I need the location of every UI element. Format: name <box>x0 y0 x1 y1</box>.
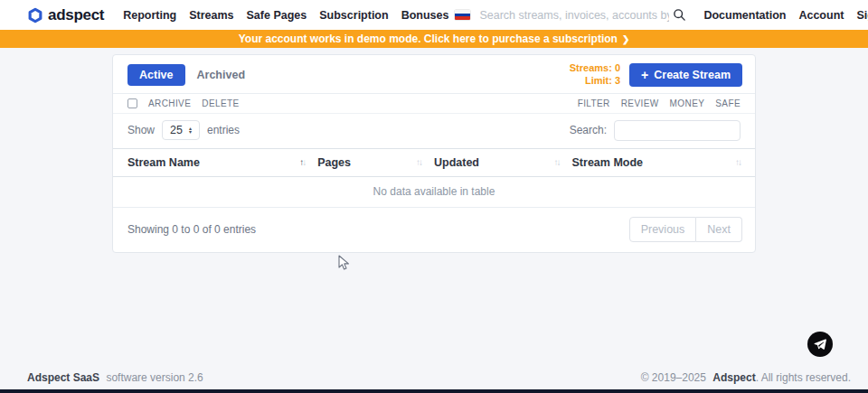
stream-counters: Streams: 0 Limit: 3 <box>570 62 620 88</box>
column-header-pages[interactable]: Pages ↑↓ <box>317 156 434 169</box>
brand-name: adspect <box>48 6 104 24</box>
card-toolbar: Active Archived Streams: 0 Limit: 3 + Cr… <box>113 55 755 94</box>
card-footer: Showing 0 to 0 of 0 entries Previous Nex… <box>113 208 755 252</box>
mouse-cursor <box>338 255 350 275</box>
table-empty-message: No data available in table <box>113 177 755 208</box>
tab-archived[interactable]: Archived <box>185 64 258 86</box>
chevron-right-icon: ❯ <box>622 34 629 44</box>
nav-item-sign-out[interactable]: Sign Out <box>850 9 868 22</box>
streams-count: Streams: 0 <box>570 62 620 75</box>
quick-filter-filter[interactable]: FILTER <box>578 98 610 108</box>
select-arrows-icon: ▴▾ <box>189 126 192 135</box>
plus-icon: + <box>641 69 648 81</box>
nav-item-account[interactable]: Account <box>792 9 850 22</box>
hexagon-logo-icon <box>27 7 43 23</box>
create-stream-button[interactable]: + Create Stream <box>629 63 742 87</box>
nav-item-subscription[interactable]: Subscription <box>313 9 394 22</box>
table-header-row: Stream Name ↑↓ Pages ↑↓ Updated ↑↓ Strea… <box>113 148 755 177</box>
show-label: Show <box>127 124 155 136</box>
bulk-action-archive[interactable]: ARCHIVE <box>148 98 191 108</box>
global-search-input[interactable] <box>479 9 669 22</box>
pagination: Previous Next <box>629 217 742 242</box>
column-label: Stream Name <box>127 156 200 169</box>
create-stream-label: Create Stream <box>654 69 731 81</box>
pagination-info: Showing 0 to 0 of 0 entries <box>127 223 256 236</box>
column-label: Updated <box>434 156 479 169</box>
column-header-stream-mode[interactable]: Stream Mode ↑↓ <box>572 156 741 169</box>
sort-icon: ↑↓ <box>416 157 421 167</box>
previous-page-button[interactable]: Previous <box>629 217 697 242</box>
site-footer: Adspect SaaS software version 2.6 © 2019… <box>0 366 868 389</box>
streams-card: Active Archived Streams: 0 Limit: 3 + Cr… <box>112 54 756 253</box>
table-search-wrap: Search: <box>570 120 741 141</box>
main-nav: Reporting Streams Safe Pages Subscriptio… <box>117 9 455 22</box>
nav-item-streams[interactable]: Streams <box>183 9 240 22</box>
column-header-updated[interactable]: Updated ↑↓ <box>434 156 572 169</box>
window-bottom-edge <box>0 389 868 393</box>
table-search-label: Search: <box>570 124 607 136</box>
demo-banner-text: Your account works in demo mode. Click h… <box>239 33 618 45</box>
column-label: Stream Mode <box>572 156 644 169</box>
copyright-years: © 2019–2025 <box>641 371 706 384</box>
telegram-button[interactable] <box>807 332 833 357</box>
bulk-action-delete[interactable]: DELETE <box>202 98 239 108</box>
next-page-button[interactable]: Next <box>696 217 742 242</box>
top-navbar: adspect Reporting Streams Safe Pages Sub… <box>0 0 868 30</box>
copyright-suffix: . All rights reserved. <box>756 371 851 384</box>
nav-item-documentation[interactable]: Documentation <box>697 9 792 22</box>
streams-limit: Limit: 3 <box>570 75 620 88</box>
nav-item-reporting[interactable]: Reporting <box>117 9 183 22</box>
quick-filters: FILTER REVIEW MONEY SAFE <box>567 98 741 108</box>
footer-version: software version 2.6 <box>106 371 203 384</box>
adspect-logo[interactable]: adspect <box>27 6 104 24</box>
column-header-stream-name[interactable]: Stream Name ↑↓ <box>127 156 317 169</box>
sort-icon: ↑↓ <box>735 157 741 167</box>
table-controls: Show 25 ▴▾ entries Search: <box>113 114 755 148</box>
entries-label: entries <box>207 124 240 136</box>
language-flag-russian-icon[interactable] <box>455 10 470 20</box>
demo-mode-banner[interactable]: Your account works in demo mode. Click h… <box>0 30 868 48</box>
search-button[interactable] <box>669 6 690 23</box>
page-size-value: 25 <box>170 124 183 136</box>
page-size-select[interactable]: 25 ▴▾ <box>162 120 200 140</box>
bulk-actions-bar: ARCHIVE DELETE FILTER REVIEW MONEY SAFE <box>113 94 755 114</box>
select-all-checkbox[interactable] <box>127 98 137 108</box>
footer-left: Adspect SaaS software version 2.6 <box>27 371 203 384</box>
quick-filter-money[interactable]: MONEY <box>670 98 705 108</box>
footer-copyright: © 2019–2025 Adspect. All rights reserved… <box>641 371 851 384</box>
quick-filter-safe[interactable]: SAFE <box>715 98 741 108</box>
nav-item-bonuses[interactable]: Bonuses <box>395 9 456 22</box>
sort-asc-icon: ↑↓ <box>299 157 305 167</box>
tab-active[interactable]: Active <box>127 64 185 86</box>
table-search-input[interactable] <box>614 120 741 141</box>
telegram-icon <box>813 337 827 351</box>
navbar-right: Documentation Account Sign Out <box>455 6 868 23</box>
search-icon <box>673 8 686 22</box>
footer-product-name: Adspect SaaS <box>27 371 99 384</box>
quick-filter-review[interactable]: REVIEW <box>621 98 659 108</box>
sort-icon: ↑↓ <box>554 157 560 167</box>
nav-item-safe-pages[interactable]: Safe Pages <box>241 9 314 22</box>
column-label: Pages <box>317 156 351 169</box>
copyright-brand: Adspect <box>712 371 755 384</box>
